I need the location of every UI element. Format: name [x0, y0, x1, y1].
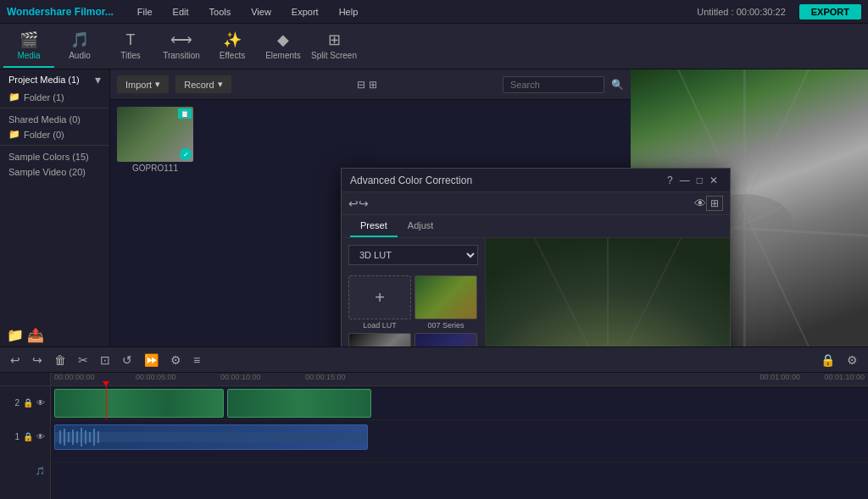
media-icon: 🎬: [19, 30, 38, 49]
timeline-speed-button[interactable]: ⏩: [141, 352, 162, 369]
acc-lut-panel: 3D LUT + Load LUT: [342, 238, 486, 347]
lut-batman-thumb: [415, 333, 477, 347]
toolbar-audio[interactable]: 🎵 Audio: [54, 25, 105, 68]
toolbar-titles-label: Titles: [120, 51, 141, 60]
menu-view[interactable]: View: [248, 5, 275, 19]
sidebar-folder-2[interactable]: 📁 Folder (0): [0, 127, 109, 141]
folder-1-label: Folder (1): [24, 92, 64, 103]
lut-grid: + Load LUT 007 Series: [342, 272, 485, 347]
lut-load[interactable]: + Load LUT: [348, 275, 411, 330]
sidebar-sample-colors[interactable]: Sample Colors (15): [0, 149, 109, 164]
project-media-header: Project Media (1) ▾: [0, 69, 109, 90]
svg-rect-18: [81, 428, 82, 446]
track-2-lock-icon[interactable]: 🔒: [23, 398, 33, 408]
timeline-cut-button[interactable]: ✂: [75, 352, 92, 369]
timeline-undo-button[interactable]: ↩: [7, 352, 24, 369]
main-toolbar: 🎬 Media 🎵 Audio T Titles ⟷ Transition ✨ …: [0, 24, 868, 69]
acc-title: Advanced Color Correction: [350, 175, 664, 186]
import-folder-icon[interactable]: 📤: [27, 327, 44, 343]
lut-bw[interactable]: B&W Film: [348, 333, 411, 347]
timeline-lock-button[interactable]: 🔒: [817, 352, 838, 369]
sidebar-new-folder-area: 📁 📤: [0, 324, 109, 347]
transition-icon: ⟷: [170, 30, 192, 49]
track-labels: 2 🔒 👁 1 🔒 👁 🎵: [0, 373, 51, 499]
sidebar-collapse-icon[interactable]: ▾: [95, 73, 101, 86]
menu-edit[interactable]: Edit: [170, 5, 192, 19]
ruler-mark-10: 00:00:10:00: [220, 373, 261, 381]
timeline-more-button[interactable]: ≡: [190, 352, 203, 369]
menu-tools[interactable]: Tools: [206, 5, 235, 19]
svg-rect-20: [89, 432, 91, 442]
acc-maximize-button[interactable]: □: [693, 175, 706, 186]
toolbar-titles[interactable]: T Titles: [105, 25, 156, 68]
toolbar-split-screen[interactable]: ⊞ Split Screen: [309, 25, 359, 68]
left-panel: Project Media (1) ▾ 📁 Folder (1) Shared …: [0, 69, 110, 347]
media-thumb-label: GOPRO111: [117, 164, 193, 173]
acc-help-button[interactable]: ?: [664, 175, 676, 186]
track-label-audio: 🎵: [0, 454, 50, 488]
track-2-eye-icon[interactable]: 👁: [36, 398, 45, 408]
content-toolbar: Import ▾ Record ▾ ⊟ ⊞ 🔍: [110, 69, 631, 100]
filter-icon[interactable]: ⊟: [357, 79, 365, 91]
toolbar-elements[interactable]: ◆ Elements: [258, 25, 309, 68]
toolbar-audio-label: Audio: [69, 51, 91, 60]
menu-help[interactable]: Help: [336, 5, 362, 19]
sidebar-sample-video[interactable]: Sample Video (20): [0, 164, 109, 180]
record-label: Record: [184, 80, 214, 90]
track-1-lock-icon[interactable]: 🔒: [23, 432, 33, 441]
acc-compare-button[interactable]: ⊞: [706, 196, 723, 211]
sidebar-folder-1[interactable]: 📁 Folder (1): [0, 90, 109, 104]
video-clip-1[interactable]: [54, 389, 224, 418]
track-area[interactable]: 00:00:00:00 00:00:05:00 00:00:10:00 00:0…: [51, 373, 868, 499]
menu-export[interactable]: Export: [288, 5, 322, 19]
timeline-settings-button[interactable]: ⚙: [843, 352, 861, 369]
video-clip-2[interactable]: [227, 389, 371, 418]
project-title: Untitled : 00:00:30:22: [697, 7, 786, 17]
svg-rect-13: [59, 430, 61, 444]
media-item-gopro[interactable]: 📋 ✓ GOPRO111: [117, 107, 193, 173]
acc-tab-preset[interactable]: Preset: [350, 215, 398, 237]
acc-close-button[interactable]: ✕: [706, 175, 721, 186]
toolbar-transition-label: Transition: [163, 51, 200, 60]
lut-007-label: 007 Series: [427, 321, 464, 330]
acc-tab-adjust[interactable]: Adjust: [398, 215, 444, 237]
grid-icon[interactable]: ⊞: [369, 79, 377, 91]
toolbar-media[interactable]: 🎬 Media: [3, 25, 54, 68]
new-folder-icon[interactable]: 📁: [7, 327, 24, 343]
acc-video-preview: [486, 238, 730, 347]
acc-lut-dropdown[interactable]: 3D LUT: [348, 245, 478, 265]
svg-rect-14: [64, 429, 65, 446]
acc-redo-button[interactable]: ↪: [359, 197, 369, 210]
acc-eye-button[interactable]: 👁: [694, 197, 706, 210]
acc-undo-button[interactable]: ↩: [348, 197, 359, 210]
search-input[interactable]: [503, 76, 604, 93]
lut-batman[interactable]: Batman: [415, 333, 477, 347]
track-1-eye-icon[interactable]: 👁: [36, 432, 45, 441]
ruler-mark-5: 00:00:05:00: [136, 373, 176, 381]
timeline-toolbar: ↩ ↪ 🗑 ✂ ⊡ ↺ ⏩ ⚙ ≡ 🔒 ⚙: [0, 347, 868, 373]
split-screen-icon: ⊞: [328, 30, 341, 49]
timeline-rotate-button[interactable]: ↺: [119, 352, 136, 369]
toolbar-effects[interactable]: ✨ Effects: [207, 25, 258, 68]
toolbar-transition[interactable]: ⟷ Transition: [156, 25, 207, 68]
acc-preview-panel: ⏮ ▶ ⏹ 00:00:00 ● 00:00:24: [486, 238, 730, 347]
acc-tabs: Preset Adjust: [342, 215, 730, 238]
sidebar-shared-media[interactable]: Shared Media (0): [0, 112, 109, 127]
lut-007[interactable]: 007 Series: [415, 275, 477, 330]
import-chevron-icon: ▾: [155, 79, 160, 90]
record-button[interactable]: Record ▾: [175, 75, 231, 93]
acc-minimize-button[interactable]: —: [676, 175, 693, 186]
export-button[interactable]: EXPORT: [799, 4, 861, 19]
import-button[interactable]: Import ▾: [117, 75, 169, 93]
timeline-adjust-button[interactable]: ⚙: [167, 352, 185, 369]
menu-file[interactable]: File: [134, 5, 156, 19]
timeline-delete-button[interactable]: 🗑: [51, 352, 70, 369]
svg-rect-16: [72, 430, 74, 445]
timeline-crop-button[interactable]: ⊡: [97, 352, 114, 369]
track-audio-id: 🎵: [36, 467, 45, 475]
timeline-redo-button[interactable]: ↪: [29, 352, 46, 369]
timeline-tracks: 2 🔒 👁 1 🔒 👁 🎵 00:00:00:00 00:00: [0, 373, 868, 499]
search-icon[interactable]: 🔍: [611, 79, 624, 91]
playhead: [106, 386, 107, 419]
audio-clip-1[interactable]: [54, 424, 368, 450]
